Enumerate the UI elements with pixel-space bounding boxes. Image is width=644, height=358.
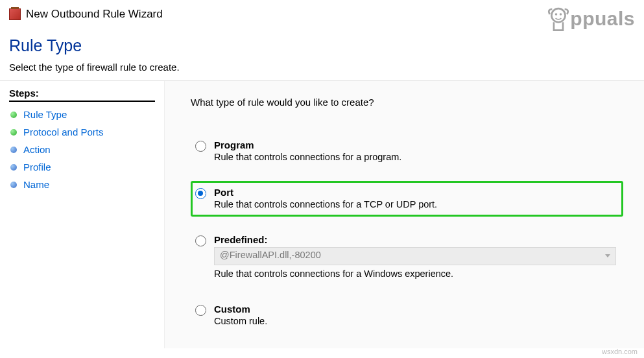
option-port-desc: Rule that controls connections for a TCP… [214,199,616,209]
steps-header: Steps: [9,88,155,102]
step-rule-type[interactable]: Rule Type [9,106,155,123]
option-custom-desc: Custom rule. [214,316,616,326]
option-predefined-desc: Rule that controls connections for a Win… [214,268,616,279]
watermark-logo: ppuals [544,4,635,34]
option-custom-title: Custom [214,304,616,315]
window-title: New Outbound Rule Wizard [26,8,163,21]
step-label: Action [23,144,51,155]
radio-port[interactable] [195,188,206,199]
watermark-icon [544,4,573,34]
option-program-desc: Rule that controls connections for a pro… [214,152,616,162]
page-subtitle: Select the type of firewall rule to crea… [9,62,635,73]
radio-predefined[interactable] [195,235,206,246]
footer-credit: wsxdn.com [602,348,638,355]
step-profile[interactable]: Profile [9,158,155,176]
chevron-down-icon [605,254,610,257]
predefined-dropdown-value: @FirewallAPI.dll,-80200 [220,250,321,260]
radio-program[interactable] [195,141,206,152]
main-panel: What type of rule would you like to crea… [164,81,644,348]
option-port-title: Port [214,187,616,198]
step-bullet-icon [10,164,17,171]
option-predefined-title: Predefined: [214,234,616,245]
step-protocol-and-ports[interactable]: Protocol and Ports [9,123,155,141]
step-label: Profile [23,161,51,173]
step-action[interactable]: Action [9,141,155,158]
svg-point-0 [552,8,566,22]
question-text: What type of rule would you like to crea… [191,97,623,108]
watermark-text: ppuals [570,8,635,30]
step-label: Rule Type [23,109,67,120]
step-bullet-icon [10,129,17,136]
option-port[interactable]: Port Rule that controls connections for … [191,181,623,217]
radio-custom[interactable] [195,305,206,316]
option-custom[interactable]: Custom Custom rule. [191,298,623,333]
svg-point-1 [555,13,558,16]
step-bullet-icon [10,182,17,188]
option-program-title: Program [214,139,616,150]
predefined-dropdown: @FirewallAPI.dll,-80200 [214,247,616,265]
step-bullet-icon [10,147,17,153]
option-program[interactable]: Program Rule that controls connections f… [191,134,623,169]
step-bullet-icon [10,112,17,118]
steps-sidebar: Steps: Rule Type Protocol and Ports Acti… [0,81,164,348]
step-label: Name [23,179,49,190]
page-title: Rule Type [9,36,635,55]
svg-point-2 [560,13,562,16]
option-predefined[interactable]: Predefined: @FirewallAPI.dll,-80200 Rule… [191,228,623,286]
firewall-icon [9,8,21,20]
step-label: Protocol and Ports [23,126,103,137]
step-name[interactable]: Name [9,176,155,193]
